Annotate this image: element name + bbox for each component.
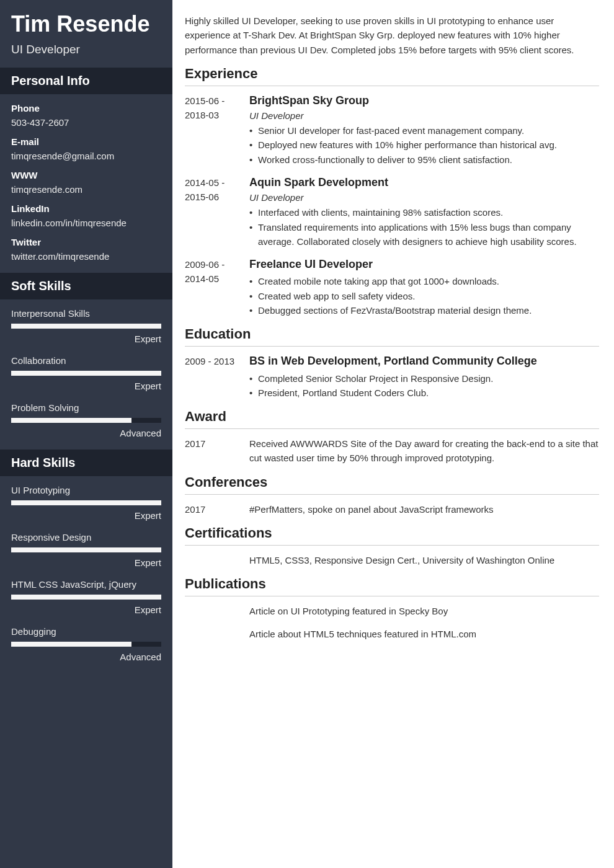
skill-fill (11, 547, 161, 552)
hard-skills-body: UI Prototyping ExpertResponsive Design E… (0, 476, 172, 673)
info-item: Twitter twitter.com/timqresende (11, 237, 161, 262)
info-value: timqresende.com (11, 184, 161, 195)
award-heading: Award (185, 409, 599, 429)
entry: 2017 #PerfMatters, spoke on panel about … (185, 502, 599, 516)
entry: 2017 Received AWWWARDS Site of the Day a… (185, 436, 599, 466)
skill-item: UI Prototyping Expert (11, 485, 161, 521)
entry-text: Received AWWWARDS Site of the Day award … (249, 436, 599, 466)
skill-name: Problem Solving (11, 402, 161, 413)
person-name: Tim Resende (11, 11, 161, 37)
entry-dates: 2015-06 - 2018-03 (185, 94, 249, 167)
skill-level: Expert (11, 604, 161, 615)
experience-heading: Experience (185, 66, 599, 86)
entry-body: HTML5, CSS3, Responsive Design Cert., Un… (249, 553, 599, 567)
soft-skills-body: Interpersonal Skills ExpertCollaboration… (0, 299, 172, 450)
award-section: Award 2017 Received AWWWARDS Site of the… (185, 409, 599, 466)
experience-entry: 2015-06 - 2018-03 BrightSpan Sky Group U… (185, 94, 599, 167)
entry-dates: 2009-06 - 2014-05 (185, 257, 249, 317)
info-item: LinkedIn linkedin.com/in/timqresende (11, 203, 161, 228)
info-value: linkedin.com/in/timqresende (11, 218, 161, 228)
person-title: UI Developer (11, 43, 161, 56)
skill-fill (11, 371, 161, 376)
sidebar-header: Tim Resende UI Developer (0, 0, 172, 68)
entry-text: HTML5, CSS3, Responsive Design Cert., Un… (249, 553, 599, 567)
entry-company: BrightSpan Sky Group (249, 94, 599, 108)
skill-level: Advanced (11, 652, 161, 662)
personal-info-heading: Personal Info (0, 68, 172, 94)
entry: Article about HTML5 techniques featured … (185, 627, 599, 641)
skill-item: Problem Solving Advanced (11, 402, 161, 438)
bullet: President, Portland Student Coders Club. (249, 386, 599, 400)
personal-info-body: Phone 503-437-2607E-mail timqresende@gma… (0, 94, 172, 273)
certifications-section: Certifications HTML5, CSS3, Responsive D… (185, 525, 599, 567)
skill-item: Debugging Advanced (11, 626, 161, 662)
skill-name: Collaboration (11, 355, 161, 366)
skill-bar (11, 595, 161, 600)
info-label: LinkedIn (11, 203, 161, 214)
education-entry: 2009 - 2013 BS in Web Development, Portl… (185, 354, 599, 400)
soft-skills-heading: Soft Skills (0, 273, 172, 299)
info-value: 503-437-2607 (11, 117, 161, 128)
entry-body: Article on UI Prototyping featured in Sp… (249, 604, 599, 618)
entry-dates: 2014-05 - 2015-06 (185, 175, 249, 249)
experience-entry: 2014-05 - 2015-06 Aquin Spark Developmen… (185, 175, 599, 249)
education-heading: Education (185, 326, 599, 347)
skill-fill (11, 418, 131, 423)
entry-dates (185, 604, 249, 618)
entry-body: BrightSpan Sky Group UI Developer Senior… (249, 94, 599, 167)
info-label: Twitter (11, 237, 161, 247)
entry-dates (185, 627, 249, 641)
entry-text: Article on UI Prototyping featured in Sp… (249, 604, 599, 618)
entry-text: Article about HTML5 techniques featured … (249, 627, 599, 641)
conferences-heading: Conferences (185, 474, 599, 495)
skill-bar (11, 371, 161, 376)
entry-body: BS in Web Development, Portland Communit… (249, 354, 599, 400)
skill-item: HTML CSS JavaScript, jQuery Expert (11, 579, 161, 615)
bullet: Senior UI developer for fast-paced event… (249, 123, 599, 138)
skill-fill (11, 324, 161, 329)
skill-bar (11, 418, 161, 423)
info-label: E-mail (11, 136, 161, 147)
skill-bar (11, 324, 161, 329)
skill-item: Responsive Design Expert (11, 532, 161, 568)
entry-dates: 2017 (185, 502, 249, 516)
entry: Article on UI Prototyping featured in Sp… (185, 604, 599, 618)
info-item: E-mail timqresende@gmail.com (11, 136, 161, 161)
skill-item: Collaboration Expert (11, 355, 161, 391)
entry-dates: 2017 (185, 436, 249, 466)
skill-name: Responsive Design (11, 532, 161, 542)
skill-bar (11, 642, 161, 647)
entry-bullets: Interfaced with clients, maintaining 98%… (249, 205, 599, 249)
certifications-heading: Certifications (185, 525, 599, 546)
entry-company: Aquin Spark Development (249, 175, 599, 190)
skill-name: HTML CSS JavaScript, jQuery (11, 579, 161, 590)
info-value: timqresende@gmail.com (11, 151, 161, 161)
entry-body: #PerfMatters, spoke on panel about JavaS… (249, 502, 599, 516)
entry: HTML5, CSS3, Responsive Design Cert., Un… (185, 553, 599, 567)
entry-title: BS in Web Development, Portland Communit… (249, 354, 599, 368)
sidebar: Tim Resende UI Developer Personal Info P… (0, 0, 172, 868)
info-value: twitter.com/timqresende (11, 251, 161, 262)
info-item: Phone 503-437-2607 (11, 103, 161, 128)
info-label: Phone (11, 103, 161, 113)
bullet: Debugged sections of FezVrasta/Bootstrap… (249, 303, 599, 317)
skill-level: Expert (11, 510, 161, 521)
bullet: Worked cross-functionally to deliver to … (249, 153, 599, 167)
entry-body: Article about HTML5 techniques featured … (249, 627, 599, 641)
skill-fill (11, 500, 161, 505)
entry-bullets: Completed Senior Scholar Project in Resp… (249, 371, 599, 401)
skill-name: Debugging (11, 626, 161, 637)
bullet: Interfaced with clients, maintaining 98%… (249, 205, 599, 219)
entry-dates: 2009 - 2013 (185, 354, 249, 400)
entry-bullets: Created mobile note taking app that got … (249, 274, 599, 317)
skill-level: Advanced (11, 428, 161, 438)
hard-skills-heading: Hard Skills (0, 450, 172, 476)
experience-section: Experience 2015-06 - 2018-03 BrightSpan … (185, 66, 599, 317)
entry-body: Freelance UI Developer Created mobile no… (249, 257, 599, 317)
skill-fill (11, 642, 131, 647)
entry-company: Freelance UI Developer (249, 257, 599, 272)
skill-name: Interpersonal Skills (11, 308, 161, 319)
bullet: Created mobile note taking app that got … (249, 274, 599, 288)
experience-entry: 2009-06 - 2014-05 Freelance UI Developer… (185, 257, 599, 317)
conferences-section: Conferences 2017 #PerfMatters, spoke on … (185, 474, 599, 516)
